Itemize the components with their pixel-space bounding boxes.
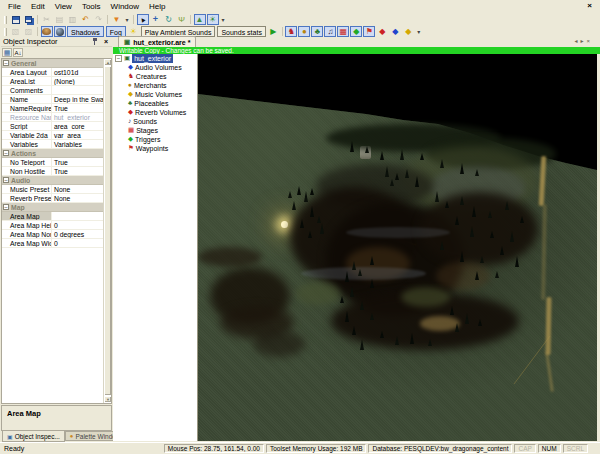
- tree-root-row[interactable]: − ▣ hut_exterior: [113, 54, 197, 63]
- redo-icon[interactable]: ↷: [93, 14, 105, 25]
- menu-item[interactable]: View: [50, 1, 77, 12]
- property-row[interactable]: Music Preset None: [2, 185, 103, 194]
- property-value[interactable]: True: [52, 158, 103, 166]
- property-value[interactable]: True: [52, 167, 103, 175]
- undo-icon[interactable]: ↶: [80, 14, 92, 25]
- terrain-toggle-icon[interactable]: ▲: [194, 14, 206, 25]
- property-value[interactable]: var_area: [52, 131, 103, 139]
- property-value[interactable]: 0 degrees: [52, 230, 103, 238]
- tree-item[interactable]: ⚑ Waypoints: [113, 144, 197, 153]
- scroll-down-icon[interactable]: ▼: [104, 396, 111, 403]
- separator[interactable]: [37, 15, 38, 24]
- separator[interactable]: [37, 27, 38, 36]
- property-value[interactable]: Variables: [52, 140, 103, 148]
- property-row[interactable]: −Actions: [2, 149, 103, 158]
- property-row[interactable]: Area Map: [2, 212, 103, 221]
- property-value[interactable]: None: [52, 185, 103, 193]
- property-row[interactable]: AreaList (None): [2, 77, 103, 86]
- tab-next-icon[interactable]: ▸: [580, 38, 583, 45]
- dropdown-icon[interactable]: ▾: [124, 14, 131, 25]
- property-row[interactable]: −Audio: [2, 176, 103, 185]
- property-value[interactable]: True: [52, 104, 103, 112]
- property-row[interactable]: No Teleport True: [2, 158, 103, 167]
- tree-item[interactable]: ◆ Music Volumes: [113, 90, 197, 99]
- collapse-icon[interactable]: −: [3, 204, 9, 210]
- collapse-icon[interactable]: −: [3, 60, 9, 66]
- lighting-toggle-icon[interactable]: ☀: [207, 14, 219, 25]
- save-all-icon[interactable]: [23, 14, 35, 25]
- pin-icon[interactable]: [92, 38, 98, 45]
- property-value[interactable]: hut_exterior: [52, 113, 103, 121]
- menu-item[interactable]: Edit: [26, 1, 50, 12]
- property-row[interactable]: Area Layout ost101d: [2, 68, 103, 77]
- collapse-icon[interactable]: −: [3, 150, 9, 156]
- category-icon: ♪: [128, 118, 131, 125]
- property-row[interactable]: Name Deep in the Swamp: [2, 95, 103, 104]
- path-tool-icon[interactable]: Ψ: [176, 14, 188, 25]
- menu-item[interactable]: Help: [144, 1, 170, 12]
- property-row[interactable]: Script area_core: [2, 122, 103, 131]
- toolbar-grip[interactable]: [4, 16, 7, 24]
- property-row[interactable]: Area Map Width 0: [2, 239, 103, 248]
- separator[interactable]: [133, 15, 134, 24]
- scrollbar-thumb[interactable]: [104, 66, 111, 396]
- scroll-up-icon[interactable]: ▲: [104, 59, 111, 66]
- property-row[interactable]: Non Hostile True: [2, 167, 103, 176]
- tree-item[interactable]: ◆ Audio Volumes: [113, 63, 197, 72]
- close-icon[interactable]: ×: [102, 38, 110, 45]
- property-value[interactable]: Deep in the Swamp: [52, 95, 103, 103]
- property-value[interactable]: ost101d: [52, 68, 103, 76]
- categorized-button[interactable]: ▦: [2, 48, 12, 57]
- move-tool-icon[interactable]: +: [150, 14, 162, 25]
- select-tool-icon[interactable]: ▲: [137, 14, 149, 25]
- tree-item[interactable]: ♞ Creatures: [113, 72, 197, 81]
- property-row[interactable]: −General: [2, 59, 103, 68]
- tree-item[interactable]: ▦ Stages: [113, 126, 197, 135]
- property-row[interactable]: Comments: [2, 86, 103, 95]
- dock-tab[interactable]: ▣Object Inspec...: [2, 431, 65, 442]
- property-value[interactable]: area_core: [52, 122, 103, 130]
- property-row[interactable]: NameRequiresReTr True: [2, 104, 103, 113]
- tree-root-label[interactable]: hut_exterior: [132, 54, 173, 63]
- tree-item[interactable]: ◆ Triggers: [113, 135, 197, 144]
- property-value[interactable]: 0: [52, 221, 103, 229]
- property-row[interactable]: Variables Variables: [2, 140, 103, 149]
- copy-icon[interactable]: ▤: [54, 14, 66, 25]
- save-icon[interactable]: [10, 14, 22, 25]
- paste-icon[interactable]: ▥: [67, 14, 79, 25]
- property-grid-scrollbar[interactable]: ▲ ▼: [103, 59, 111, 403]
- toolbar-grip[interactable]: [4, 28, 7, 36]
- menu-item[interactable]: Window: [106, 1, 144, 12]
- cut-icon[interactable]: ✂: [41, 14, 53, 25]
- property-row[interactable]: Area Map North 0 degrees: [2, 230, 103, 239]
- tree-item[interactable]: ● Merchants: [113, 81, 197, 90]
- rotate-tool-icon[interactable]: ↻: [163, 14, 175, 25]
- property-value[interactable]: [52, 212, 103, 220]
- property-value[interactable]: 0: [52, 239, 103, 247]
- collapse-icon[interactable]: −: [3, 177, 9, 183]
- property-row[interactable]: Area Map Height 0: [2, 221, 103, 230]
- tab-hut-exterior[interactable]: ▣hut_exterior.are *: [118, 36, 196, 47]
- property-row[interactable]: Reverb Preset None: [2, 194, 103, 203]
- property-value[interactable]: (None): [52, 77, 103, 85]
- property-row[interactable]: Variable 2da var_area: [2, 131, 103, 140]
- close-icon[interactable]: ×: [587, 1, 592, 10]
- tab-close-icon[interactable]: ×: [586, 38, 590, 45]
- property-row[interactable]: Resource Name hut_exterior: [2, 113, 103, 122]
- menu-item[interactable]: File: [3, 1, 26, 12]
- property-value[interactable]: None: [52, 194, 103, 202]
- separator[interactable]: [190, 15, 191, 24]
- separator[interactable]: [107, 15, 108, 24]
- alphabetical-button[interactable]: A↓: [13, 48, 23, 57]
- property-value[interactable]: [52, 86, 103, 94]
- tab-prev-icon[interactable]: ◂: [574, 38, 577, 45]
- menu-item[interactable]: Tools: [77, 1, 106, 12]
- property-row[interactable]: −Map: [2, 203, 103, 212]
- tree-item[interactable]: ♣ Placeables: [113, 99, 197, 108]
- import-icon[interactable]: ▼: [111, 14, 123, 25]
- tree-item[interactable]: ◆ Reverb Volumes: [113, 108, 197, 117]
- dropdown-icon[interactable]: ▾: [220, 14, 227, 25]
- collapse-icon[interactable]: −: [115, 55, 122, 62]
- viewport-scene[interactable]: [198, 54, 597, 441]
- tree-item[interactable]: ♪ Sounds: [113, 117, 197, 126]
